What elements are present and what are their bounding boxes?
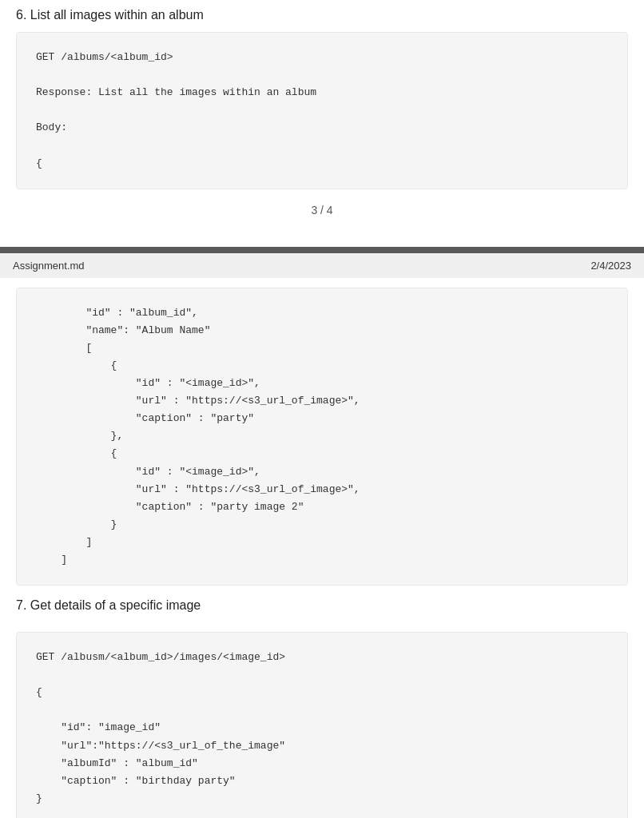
code-block-top: GET /albums/<album_id> Response: List al… <box>16 32 628 189</box>
section-6-heading: 6. List all images within an album <box>16 0 628 32</box>
bottom-section: "id" : "album_id", "name": "Album Name" … <box>0 288 644 818</box>
code-block-continuation: "id" : "album_id", "name": "Album Name" … <box>16 288 628 586</box>
status-bar: Assignment.md 2/4/2023 <box>0 253 644 278</box>
top-section: 6. List all images within an album GET /… <box>0 0 644 247</box>
divider-bar <box>0 247 644 253</box>
date-label: 2/4/2023 <box>590 260 631 272</box>
code-block-section7: GET /albusm/<album_id>/images/<image_id>… <box>16 632 628 818</box>
filename-label: Assignment.md <box>13 260 85 272</box>
pagination: 3 / 4 <box>16 189 628 231</box>
section-7-heading: 7. Get details of a specific image <box>16 586 628 622</box>
